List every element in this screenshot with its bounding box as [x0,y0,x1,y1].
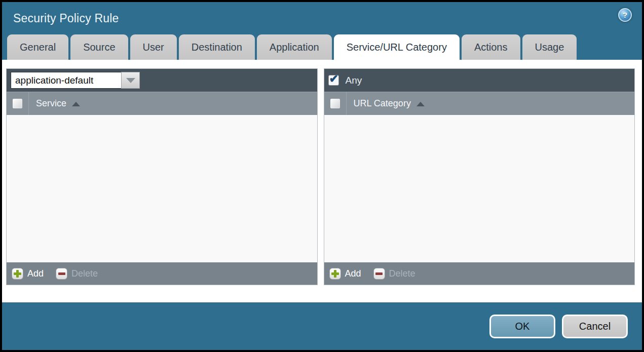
url-category-toolbar: Any [324,69,635,92]
add-icon [12,268,23,280]
url-category-list [324,115,635,262]
url-category-column-header[interactable]: URL Category [347,98,425,109]
url-category-column-header-row: URL Category [324,92,635,115]
url-category-select-all-checkbox[interactable] [330,98,340,109]
service-select-all-cell [7,92,29,115]
tab-application[interactable]: Application [257,34,332,60]
service-column-header-row: Service [7,92,317,115]
add-button-label: Add [345,268,361,279]
any-checkbox-label: Any [346,75,362,86]
service-mode-input[interactable] [11,72,121,89]
url-category-column-label: URL Category [354,98,411,109]
cancel-button[interactable]: Cancel [562,315,628,338]
tab-service-url-category[interactable]: Service/URL Category [334,34,460,60]
sort-ascending-icon [416,102,425,106]
service-list [7,115,317,262]
delete-icon [56,268,67,280]
tab-source[interactable]: Source [70,34,128,60]
service-column-header[interactable]: Service [29,98,80,109]
delete-button-label: Delete [71,268,98,279]
delete-icon [373,268,385,280]
service-column-label: Service [36,98,66,109]
url-category-panel: Any URL Category Add Delete [324,68,635,285]
tab-user[interactable]: User [130,34,177,60]
url-category-add-button[interactable]: Add [329,268,361,280]
service-panel: Service Add Delete [6,68,318,285]
service-mode-combobox [11,72,140,89]
add-icon [329,268,341,280]
tab-usage[interactable]: Usage [522,34,577,60]
service-mode-dropdown-button[interactable] [121,72,140,89]
service-delete-button: Delete [56,268,98,280]
any-checkbox[interactable] [328,75,339,86]
dialog-footer: OK Cancel [2,302,642,350]
chevron-down-icon [126,78,135,83]
tab-content: Service Add Delete Any [2,60,642,302]
ok-button[interactable]: OK [489,315,555,338]
url-category-delete-button: Delete [373,268,415,280]
add-button-label: Add [27,268,44,279]
url-category-select-all-cell [324,92,347,115]
tab-strip: General Source User Destination Applicat… [2,34,642,60]
url-category-footer: Add Delete [324,262,635,285]
dialog-title: Security Policy Rule [13,12,119,25]
titlebar: Security Policy Rule [2,2,642,34]
service-add-button[interactable]: Add [12,268,44,280]
security-policy-rule-dialog: Security Policy Rule General Source User… [0,0,644,352]
sort-ascending-icon [72,102,80,106]
tab-general[interactable]: General [7,34,68,60]
service-footer: Add Delete [7,262,317,285]
delete-button-label: Delete [389,268,415,279]
help-icon[interactable] [618,8,632,22]
tab-actions[interactable]: Actions [462,34,520,60]
tab-destination[interactable]: Destination [179,34,255,60]
service-toolbar [7,69,317,92]
service-select-all-checkbox[interactable] [12,98,23,109]
